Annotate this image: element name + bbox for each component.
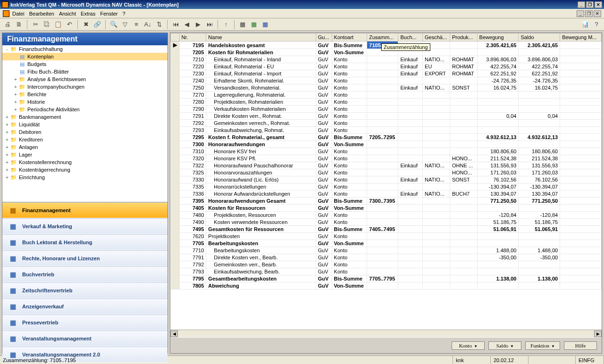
nav-module[interactable]: ▦Finanzmanagement xyxy=(2,202,168,218)
cell[interactable]: Von-Summe xyxy=(332,49,367,56)
cell[interactable]: Verkaufskosten Rohmaterialien xyxy=(206,106,316,113)
cell[interactable]: Konto xyxy=(332,233,367,240)
table-row[interactable]: 7230Einkauf, Rohmaterial - ImportGuVKont… xyxy=(171,70,602,77)
restore-button[interactable]: ❐ xyxy=(586,1,594,8)
cell[interactable] xyxy=(450,240,477,247)
cell[interactable]: Konto xyxy=(332,162,367,169)
menu-ansicht[interactable]: Ansicht xyxy=(59,11,76,17)
cell[interactable] xyxy=(477,91,519,99)
cell[interactable] xyxy=(560,106,602,113)
row-selector[interactable] xyxy=(171,77,180,84)
cell[interactable] xyxy=(423,212,450,219)
cell[interactable] xyxy=(423,233,450,240)
cell[interactable] xyxy=(398,240,423,247)
cell[interactable] xyxy=(398,134,423,141)
cell[interactable]: Konto xyxy=(332,70,367,77)
cell[interactable]: ROHMAT xyxy=(450,63,477,70)
cell[interactable]: 211.524,38 xyxy=(477,155,519,162)
cell[interactable] xyxy=(519,261,560,268)
cell[interactable]: NATIO... xyxy=(423,56,450,63)
cell[interactable]: SONST xyxy=(450,84,477,91)
nav-module[interactable]: ▦Veranstaltungsmanagement xyxy=(2,331,168,347)
cell[interactable] xyxy=(398,233,423,240)
cell[interactable]: Konto xyxy=(332,127,367,134)
cell[interactable] xyxy=(560,247,602,254)
cell[interactable]: Konto xyxy=(332,91,367,99)
cell[interactable]: -130.394,07 xyxy=(477,183,519,190)
cell[interactable]: Einkauf, Rohmaterial - Import xyxy=(206,70,316,77)
cell[interactable]: 7293 xyxy=(179,127,206,134)
cell[interactable]: 7300 xyxy=(179,141,206,148)
cell[interactable]: 7795 xyxy=(179,275,206,282)
tree-item[interactable]: +📁Intercompanybuchungen xyxy=(2,83,168,91)
cell[interactable]: 7791 xyxy=(179,254,206,261)
cell[interactable] xyxy=(450,91,477,99)
cell[interactable]: 7495 xyxy=(179,226,206,233)
cell[interactable]: GuV xyxy=(316,268,332,275)
cell[interactable]: GuV xyxy=(316,56,332,63)
table-row[interactable]: 7280Projektkosten, RohmaterialienGuVKont… xyxy=(171,99,602,106)
cell[interactable] xyxy=(560,282,602,290)
cell[interactable]: 7300..7395 xyxy=(367,198,398,205)
link-icon[interactable]: 🔗 xyxy=(92,20,102,29)
word-icon[interactable]: ▦ xyxy=(260,20,270,29)
table-row[interactable]: 7791Direkte Kosten verr., Bearb.GuVKonto… xyxy=(171,254,602,261)
cell[interactable]: Einkauf, Rohmaterial - Inland xyxy=(206,56,316,63)
column-header[interactable]: Gu... xyxy=(316,33,332,41)
cell[interactable] xyxy=(398,261,423,268)
cell[interactable]: 51.065,91 xyxy=(477,226,519,233)
cell[interactable]: 51.186,75 xyxy=(477,219,519,226)
cell[interactable]: 7710 xyxy=(179,247,206,254)
cell[interactable] xyxy=(398,148,423,155)
cell[interactable]: Kosten für Rohmaterialien xyxy=(206,49,316,56)
cell[interactable] xyxy=(519,120,560,127)
nav-module[interactable]: ▦Anzeigenverkauf xyxy=(2,298,168,314)
cell[interactable]: GuV xyxy=(316,134,332,141)
cell[interactable]: Honorare KSV frei xyxy=(206,148,316,155)
column-header[interactable]: Buch... xyxy=(398,33,423,41)
tree-item[interactable]: +📁Historie xyxy=(2,98,168,106)
cell[interactable] xyxy=(423,127,450,134)
column-header[interactable]: Geschä... xyxy=(423,33,450,41)
cell[interactable] xyxy=(560,134,602,141)
cell[interactable]: 1.138,00 xyxy=(519,275,560,282)
cell[interactable]: SONST xyxy=(450,176,477,183)
table-row[interactable]: 7480Projektkosten, RessourcenGuVKonto-12… xyxy=(171,212,602,219)
tree-item[interactable]: +📁Lager xyxy=(2,151,168,158)
row-selector[interactable] xyxy=(171,219,180,226)
row-selector[interactable] xyxy=(171,268,180,275)
cell[interactable]: GuV xyxy=(316,106,332,113)
cell[interactable]: 422.255,74 xyxy=(519,63,560,70)
undo-icon[interactable]: ↶ xyxy=(65,20,74,29)
cell[interactable] xyxy=(519,49,560,56)
saldo-button[interactable]: Saldo▼ xyxy=(488,341,521,350)
cell[interactable] xyxy=(423,205,450,212)
expand-icon[interactable]: + xyxy=(4,130,10,135)
cell[interactable] xyxy=(423,148,450,155)
cell[interactable] xyxy=(367,148,398,155)
cell[interactable] xyxy=(423,282,450,290)
cell[interactable]: Kosten für Ressourcen xyxy=(206,205,316,212)
cell[interactable]: 7620 xyxy=(179,233,206,240)
cell[interactable] xyxy=(519,282,560,290)
table-row[interactable]: 7795GesamtbearbeitungskostenGuVBis-Summe… xyxy=(171,275,602,282)
table-row[interactable]: 7300HonoraraufwendungenGuVVon-Summe xyxy=(171,141,602,148)
cell[interactable]: Kosten verwendete Ressourcen xyxy=(206,219,316,226)
cell[interactable] xyxy=(367,77,398,84)
help-icon[interactable]: ? xyxy=(592,20,601,29)
cell[interactable]: 7205 xyxy=(179,49,206,56)
row-selector[interactable] xyxy=(171,91,180,99)
cell[interactable] xyxy=(450,268,477,275)
cell[interactable]: GuV xyxy=(316,183,332,190)
cell[interactable]: 7395 xyxy=(179,198,206,205)
cell[interactable]: Von-Summe xyxy=(332,282,367,290)
nav-module[interactable]: ▦Pressevertrieb xyxy=(2,314,168,331)
cell[interactable]: Konto xyxy=(332,106,367,113)
table-row[interactable]: 7490Kosten verwendete RessourcenGuVKonto… xyxy=(171,219,602,226)
chart-icon[interactable]: 📊 xyxy=(580,20,590,29)
table-row[interactable]: 7310Honorare KSV freiGuVKonto180.806,601… xyxy=(171,148,602,155)
tree-item[interactable]: +📁Kreditoren xyxy=(2,136,168,143)
cell[interactable] xyxy=(560,77,602,84)
cell[interactable] xyxy=(450,49,477,56)
cell[interactable] xyxy=(519,240,560,247)
